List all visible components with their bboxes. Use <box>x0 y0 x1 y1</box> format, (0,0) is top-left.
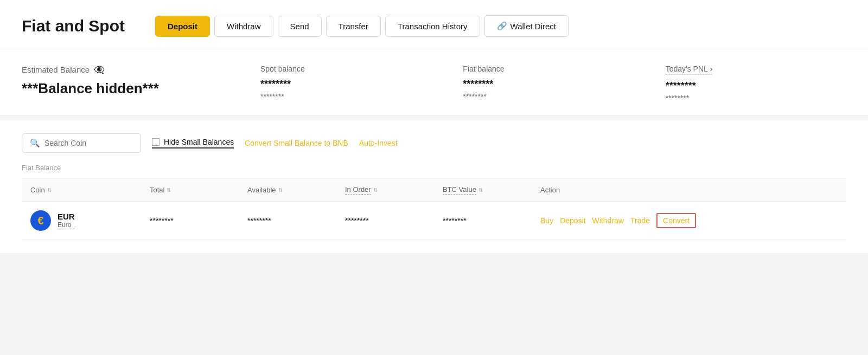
sort-total-icon[interactable]: ⇅ <box>167 187 171 193</box>
convert-action-button[interactable]: Convert <box>656 213 696 228</box>
convert-small-balance-button[interactable]: Convert Small Balance to BNB <box>245 139 348 147</box>
fiat-balance-section-label: Fiat Balance <box>22 164 846 172</box>
trade-action-button[interactable]: Trade <box>630 216 650 225</box>
table-header: Coin ⇅ Total ⇅ Available ⇅ In Order ⇅ BT… <box>22 179 846 202</box>
spot-balance-primary: ******** <box>260 79 441 90</box>
balance-left: Estimated Balance 👁‍🗨 ***Balance hidden*… <box>22 64 239 97</box>
search-input[interactable] <box>44 139 133 147</box>
fiat-balance-col: Fiat balance ******** ******** <box>441 64 643 102</box>
nav-wallet-direct[interactable]: 🔗 Wallet Direct <box>484 15 569 37</box>
deposit-action-button[interactable]: Deposit <box>560 216 585 225</box>
th-action: Action <box>540 185 838 195</box>
page-title: Fiat and Spot <box>22 17 125 35</box>
chevron-right-icon[interactable]: › <box>710 64 713 73</box>
th-btc-value: BTC Value ⇅ <box>443 185 540 195</box>
main-content: 🔍 Hide Small Balances Convert Small Bala… <box>0 120 868 253</box>
pnl-col: Today's PNL › ******** ******** <box>644 64 846 102</box>
nav-deposit[interactable]: Deposit <box>155 16 210 37</box>
eur-coin-icon: € <box>30 210 51 231</box>
estimated-label: Estimated Balance 👁‍🗨 <box>22 64 239 75</box>
coin-fullname: Euro <box>58 221 75 229</box>
search-box: 🔍 <box>22 133 141 153</box>
fiat-balance-label: Fiat balance <box>463 64 643 73</box>
hide-small-balances-label[interactable]: Hide Small Balances <box>152 138 234 149</box>
sort-available-icon[interactable]: ⇅ <box>278 187 283 193</box>
nav-buttons: Deposit Withdraw Send Transfer Transacti… <box>155 15 569 37</box>
sort-coin-icon[interactable]: ⇅ <box>47 187 52 193</box>
balance-hidden-text: ***Balance hidden*** <box>22 80 239 97</box>
hide-small-balances-checkbox[interactable] <box>152 138 159 146</box>
withdraw-action-button[interactable]: Withdraw <box>592 216 624 225</box>
hide-balance-icon[interactable]: 👁‍🗨 <box>94 64 105 75</box>
balance-section: Estimated Balance 👁‍🗨 ***Balance hidden*… <box>0 48 868 116</box>
auto-invest-button[interactable]: Auto-Invest <box>359 139 398 147</box>
coin-symbol: EUR <box>58 212 75 221</box>
btc-value-cell: ******** <box>443 216 540 225</box>
spot-balance-secondary: ******** <box>260 92 441 101</box>
total-cell: ******** <box>150 216 247 225</box>
th-total: Total ⇅ <box>150 185 247 195</box>
nav-transfer[interactable]: Transfer <box>326 16 381 37</box>
spot-balance-col: Spot balance ******** ******** <box>239 64 441 102</box>
fiat-balance-secondary: ******** <box>463 92 643 101</box>
page-container: Fiat and Spot Deposit Withdraw Send Tran… <box>0 0 868 355</box>
coin-info: EUR Euro <box>58 212 75 229</box>
th-in-order: In Order ⇅ <box>345 185 443 195</box>
coin-table: Coin ⇅ Total ⇅ Available ⇅ In Order ⇅ BT… <box>22 178 846 240</box>
nav-send[interactable]: Send <box>278 16 322 37</box>
buy-action-button[interactable]: Buy <box>540 216 553 225</box>
nav-withdraw[interactable]: Withdraw <box>214 16 273 37</box>
table-row: € EUR Euro ******** ******** ******** **… <box>22 202 846 240</box>
nav-transaction-history[interactable]: Transaction History <box>385 16 480 37</box>
pnl-label: Today's PNL › <box>666 64 713 75</box>
link-icon: 🔗 <box>497 21 507 31</box>
header: Fiat and Spot Deposit Withdraw Send Tran… <box>0 0 868 48</box>
available-cell: ******** <box>247 216 345 225</box>
spot-balance-label: Spot balance <box>260 64 441 73</box>
pnl-secondary: ******** <box>666 94 846 102</box>
sort-btc-value-icon[interactable]: ⇅ <box>478 187 483 193</box>
balance-row: Estimated Balance 👁‍🗨 ***Balance hidden*… <box>22 64 846 102</box>
fiat-balance-primary: ******** <box>463 79 643 90</box>
pnl-primary: ******** <box>666 80 846 92</box>
th-available: Available ⇅ <box>247 185 345 195</box>
coin-cell: € EUR Euro <box>30 210 150 231</box>
sort-in-order-icon[interactable]: ⇅ <box>373 187 378 193</box>
balance-columns: Spot balance ******** ******** Fiat bala… <box>239 64 846 102</box>
filters-row: 🔍 Hide Small Balances Convert Small Bala… <box>22 133 846 153</box>
search-icon: 🔍 <box>30 138 40 148</box>
action-cell: Buy Deposit Withdraw Trade Convert <box>540 213 838 228</box>
in-order-cell: ******** <box>345 216 443 225</box>
th-coin: Coin ⇅ <box>30 185 150 195</box>
